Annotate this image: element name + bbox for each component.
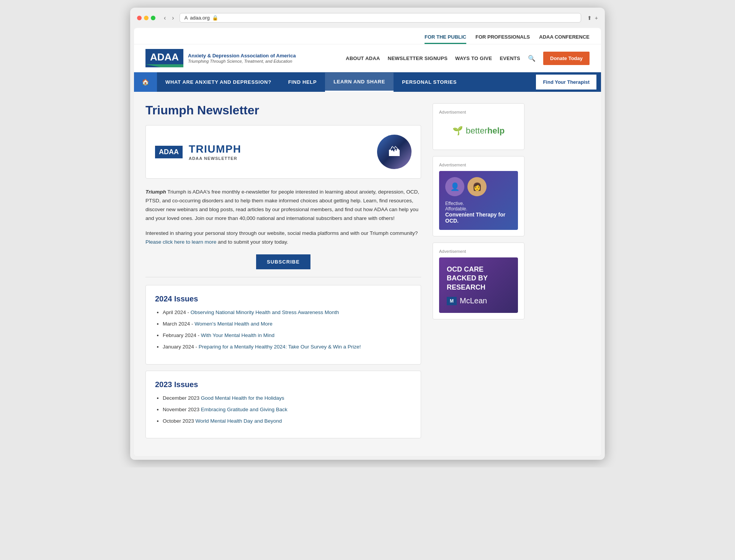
banner-left: ADAA TRIUMPH ADAA NEWSLETTER (155, 143, 241, 161)
ad-label-2: Advertisement (439, 163, 518, 167)
search-icon[interactable]: 🔍 (528, 55, 536, 62)
main-navigation: 🏠 WHAT ARE ANXIETY AND DEPRESSION? FIND … (134, 72, 601, 92)
top-nav-professionals[interactable]: FOR PROFESSIONALS (475, 31, 530, 44)
ocd-therapy-ad: Advertisement 👤 👩 Effective. Affordable.… (433, 156, 524, 236)
list-item: April 2024 - Observing National Minority… (163, 309, 412, 316)
new-tab-icon[interactable]: + (595, 15, 598, 21)
nav-find-help[interactable]: FIND HELP (280, 73, 325, 91)
list-item: November 2023 Embracing Gratitude and Gi… (163, 406, 412, 413)
page-body: Triumph Newsletter ADAA TRIUMPH ADAA NEW… (134, 92, 601, 456)
mclean-logo-area: M McLean (447, 296, 510, 305)
ad-label-1: Advertisement (439, 110, 518, 114)
minimize-btn[interactable] (144, 16, 149, 20)
list-item: December 2023 Good Mental Health for the… (163, 394, 412, 402)
list-item: October 2023 World Mental Health Day and… (163, 417, 412, 425)
newsletter-description-1: Triumph Triumph is ADAA's free monthly e… (145, 188, 421, 223)
issues-2024-section: 2024 Issues April 2024 - Observing Natio… (145, 285, 421, 365)
newsletter-banner: ADAA TRIUMPH ADAA NEWSLETTER (145, 125, 421, 179)
top-nav-conference[interactable]: ADAA CONFERENCE (539, 31, 590, 44)
ways-to-give-link[interactable]: WAYS TO GIVE (455, 55, 492, 61)
header-navigation: ABOUT ADAA NEWSLETTER SIGNUPS WAYS TO GI… (346, 52, 590, 65)
issue-link-mar2024[interactable]: Women's Mental Health and More (194, 321, 272, 327)
close-btn[interactable] (137, 16, 142, 20)
window-controls (137, 16, 155, 20)
section-divider (145, 277, 421, 277)
ad-people: 👤 👩 (445, 177, 512, 196)
browser-toolbar: ‹ › A adaa.org 🔒 ⬆ + (134, 11, 601, 24)
issue-link-feb2024[interactable]: With Your Mental Health in Mind (201, 332, 274, 338)
issues-2024-list: April 2024 - Observing National Minority… (155, 309, 412, 351)
subscribe-button[interactable]: SUBSCRIBE (256, 254, 310, 269)
list-item: March 2024 - Women's Mental Health and M… (163, 320, 412, 328)
person-2: 👩 (467, 177, 487, 196)
issues-2024-title: 2024 Issues (155, 295, 412, 303)
list-item: February 2024 - With Your Mental Health … (163, 332, 412, 339)
mclean-logo-text: McLean (460, 296, 487, 305)
issue-link-dec2023[interactable]: Good Mental Health for the Holidays (201, 395, 284, 401)
logo-teal-bar (145, 64, 183, 67)
mclean-ad-text: OCD CARE BACKED BY RESEARCH (447, 265, 510, 292)
newsletter-description-2: Interested in sharing your personal stor… (145, 229, 421, 247)
learn-more-link[interactable]: Please click here to learn more (145, 239, 216, 245)
url-text: adaa.org (190, 15, 209, 21)
betterhelp-icon: 🌱 (452, 126, 463, 136)
events-link[interactable]: EVENTS (500, 55, 520, 61)
top-nav-public[interactable]: FOR THE PUBLIC (425, 31, 466, 44)
adaa-logo[interactable]: ADAA (145, 49, 183, 67)
browser-actions: ⬆ + (587, 15, 598, 21)
about-adaa-link[interactable]: ABOUT ADAA (346, 55, 380, 61)
issue-link-apr2024[interactable]: Observing National Minority Health and S… (191, 309, 339, 315)
mclean-ad: Advertisement OCD CARE BACKED BY RESEARC… (433, 243, 524, 319)
banner-circle-image (377, 135, 412, 169)
org-name: Anxiety & Depression Association of Amer… (188, 53, 296, 64)
ad-label-3: Advertisement (439, 249, 518, 254)
site-icon: A (185, 15, 188, 21)
maximize-btn[interactable] (151, 16, 155, 20)
share-icon[interactable]: ⬆ (587, 15, 592, 21)
list-item: January 2024 - Preparing for a Mentally … (163, 343, 412, 351)
newsletter-link[interactable]: NEWSLETTER SIGNUPS (388, 55, 448, 61)
issues-2023-list: December 2023 Good Mental Health for the… (155, 394, 412, 425)
main-content-area: Triumph Newsletter ADAA TRIUMPH ADAA NEW… (145, 103, 421, 444)
issues-2023-title: 2023 Issues (155, 380, 412, 389)
issues-2023-section: 2023 Issues December 2023 Good Mental He… (145, 371, 421, 439)
issue-link-nov2023[interactable]: Embracing Gratitude and Giving Back (201, 407, 287, 412)
person-1: 👤 (445, 177, 464, 196)
site-header: ADAA Anxiety & Depression Association of… (134, 44, 601, 72)
logo-area: ADAA Anxiety & Depression Association of… (145, 49, 296, 67)
page-title: Triumph Newsletter (145, 103, 421, 117)
issue-link-oct2023[interactable]: World Mental Health Day and Beyond (196, 418, 282, 424)
ocd-ad-text: Effective. Affordable. Convenient Therap… (445, 201, 512, 224)
nav-learn-share[interactable]: LEARN AND SHARE (325, 73, 394, 92)
forward-button[interactable]: › (170, 14, 176, 22)
lock-icon: 🔒 (212, 15, 218, 21)
betterhelp-content: 🌱 betterhelp (439, 118, 518, 143)
back-button[interactable]: ‹ (162, 14, 168, 22)
website-content: FOR THE PUBLIC FOR PROFESSIONALS ADAA CO… (134, 28, 601, 456)
home-nav-item[interactable]: 🏠 (134, 72, 157, 92)
browser-nav: ‹ › (162, 14, 176, 22)
mclean-logo-icon: M (447, 297, 457, 305)
mclean-ad-content: OCD CARE BACKED BY RESEARCH M McLean (439, 257, 518, 313)
triumph-text: TRIUMPH ADAA NEWSLETTER (189, 143, 241, 161)
issue-link-jan2024[interactable]: Preparing for a Mentally Healthy 2024: T… (199, 344, 361, 350)
top-navigation: FOR THE PUBLIC FOR PROFESSIONALS ADAA CO… (134, 28, 601, 44)
find-therapist-button[interactable]: Find Your Therapist (536, 75, 596, 90)
banner-adaa-logo: ADAA (155, 146, 183, 158)
sidebar: Advertisement 🌱 betterhelp Advertisement… (433, 103, 524, 444)
nav-anxiety-depression[interactable]: WHAT ARE ANXIETY AND DEPRESSION? (157, 73, 280, 91)
ocd-ad-content: 👤 👩 Effective. Affordable. Convenient Th… (439, 171, 518, 230)
browser-window: ‹ › A adaa.org 🔒 ⬆ + FOR THE PUBLIC FOR … (130, 8, 605, 460)
donate-button[interactable]: Donate Today (543, 52, 590, 65)
address-bar[interactable]: A adaa.org 🔒 (180, 13, 581, 23)
adaa-logo-text: ADAA (145, 49, 183, 67)
betterhelp-logo: betterhelp (466, 126, 505, 136)
nav-personal-stories[interactable]: PERSONAL STORIES (394, 73, 465, 91)
betterhelp-ad: Advertisement 🌱 betterhelp (433, 103, 524, 150)
